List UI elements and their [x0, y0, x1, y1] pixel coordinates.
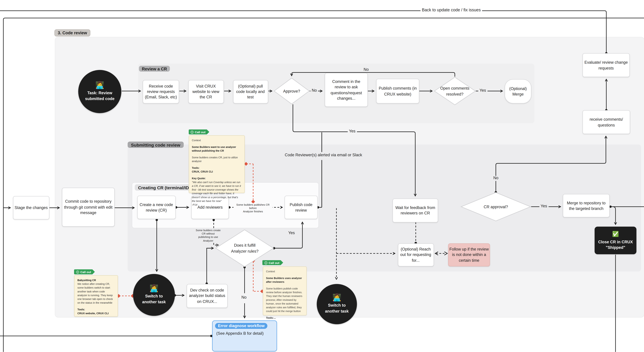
opencomments-no-loop[interactable] — [292, 72, 455, 77]
receive-requests-box[interactable]: Receive code review requests (Email, Sla… — [143, 80, 179, 104]
error-diagnose-pill[interactable]: Error diagnose workflow — [215, 323, 268, 329]
create-cr-box[interactable]: Create a new code review (CR) — [137, 196, 176, 219]
visit-crux-box[interactable]: Visit CRUX website to view the CR — [188, 80, 224, 104]
cr-approval-label: CR approval? — [477, 202, 515, 212]
callout1-attribution: -P14 — [192, 203, 241, 207]
dev-check-label: Dev check on code analyzer build status … — [188, 287, 226, 304]
crapproval-no-label[interactable]: No — [492, 176, 500, 180]
publish-comments-box[interactable]: Publish comments (in CRUX website) — [376, 79, 419, 104]
fulfill-yes-path[interactable] — [274, 222, 302, 248]
receive-comments-label: receive comments/ questions — [584, 116, 629, 128]
commit-code-label: Commit code to repository through git co… — [63, 199, 114, 216]
publish-output-line[interactable] — [318, 132, 322, 208]
callout3-heading: Some Builders uses analyzer after review… — [266, 276, 303, 284]
evaluate-box[interactable]: Evaluate/ review change requests — [582, 53, 630, 77]
error-diagnose-box[interactable]: Error diagnose workflow (See Appendix B … — [212, 320, 277, 351]
callout1-connector[interactable] — [246, 164, 253, 200]
back-to-update-label[interactable]: Back to update code / fix issues — [420, 8, 482, 12]
visit-crux-label: Visit CRUX website to view the CR — [189, 83, 222, 100]
switch-task-circle-1[interactable]: 👩‍💻 Switch to another task — [133, 274, 175, 316]
flowchart-canvas: 3. Code review Review a CR Submitting co… — [0, 0, 644, 352]
dev-check-box[interactable]: Dev check on code analyzer build status … — [187, 284, 228, 308]
loop-no-label[interactable]: No — [362, 67, 370, 71]
publish-comments-label: Publish comments (in CRUX website) — [378, 85, 418, 97]
receive-comments-box[interactable]: receive comments/ questions — [582, 110, 630, 134]
devcheck-to-fulfill-path[interactable] — [207, 248, 214, 283]
callout1-note[interactable]: Context Some Builders want to use analyz… — [188, 135, 244, 193]
evaluate-label: Evaluate/ review change requests — [584, 59, 628, 71]
callout1-quote-label: Key Quote: — [192, 177, 241, 181]
callout2-tools: CRUX website, CRUX CLI — [78, 312, 115, 315]
callout3-tools-label: Tools:... — [266, 316, 303, 320]
review-a-cr-label[interactable]: Review a CR — [139, 66, 170, 72]
submitting-code-review-label[interactable]: Submitting code review — [128, 141, 184, 148]
reach-out-box[interactable]: (Optional) Reach out for requesting for.… — [398, 243, 434, 266]
merge-repo-box[interactable]: Merge to repository to the targeted bran… — [563, 194, 610, 217]
callout3-tag[interactable]: ⓘCall out — [262, 260, 283, 265]
receive-requests-label: Receive code review requests (Email, Sla… — [144, 83, 178, 100]
reach-out-label: (Optional) Reach out for requesting for.… — [399, 246, 432, 263]
comment-review-label: Comment in the review to ask questions/r… — [326, 79, 366, 101]
close-cr-box[interactable]: ✅ Close CR in CRUX "Shipped" — [594, 227, 636, 254]
approve-yes-label[interactable]: Yes — [348, 129, 357, 133]
technologist-emoji: 👩‍💻 — [150, 285, 158, 292]
back-to-update-line-right[interactable] — [482, 11, 606, 53]
pull-code-box[interactable]: (Optional) pull code locally and test — [233, 80, 268, 104]
task-review-circle[interactable]: 👩‍💻 Task: Review submitted code — [78, 70, 122, 113]
callout3-connector[interactable] — [253, 262, 262, 291]
approve-label: Approve? — [276, 86, 307, 96]
callout2-note[interactable]: Babysitting CR We notice after creating … — [74, 275, 118, 317]
section-label-code-review[interactable]: 3. Code review — [54, 29, 90, 36]
callout1-tag[interactable]: ⓘCall out — [188, 129, 209, 134]
info-icon: ⓘ — [76, 270, 79, 273]
fulfill-no-label[interactable]: No — [240, 295, 248, 299]
follow-up-label: Follow up if the review is not done with… — [450, 246, 489, 263]
callout1-quote: "We also can't run Coverlay unless we ru… — [192, 181, 241, 203]
switch-task-circle-2[interactable]: 👩‍💻 Switch to another task — [317, 284, 357, 324]
error-diagnose-note: (See Appendix B for detail) — [216, 330, 264, 336]
wait-feedback-box[interactable]: Wait for feedback from reviewers on CR — [392, 198, 438, 222]
task-circle-label: Task: Review submitted code — [83, 90, 116, 101]
approve-no-label[interactable]: No — [310, 88, 318, 92]
publish-review-label: Publish code review — [286, 202, 316, 213]
switch-task-label: Switch to another task — [322, 302, 351, 314]
callout1-heading: Some Builders want to use analyzer witho… — [192, 145, 241, 153]
crapproval-no-path[interactable] — [496, 136, 606, 192]
create-no-publish-note[interactable]: Some builders create CR without publishi… — [193, 229, 223, 242]
junction-dot — [156, 219, 158, 221]
creating-cr-label[interactable]: Creating CR (terminal/IDE) — [135, 184, 196, 191]
publish-review-box[interactable]: Publish code review — [284, 196, 318, 219]
alert-label[interactable]: Code Reviewer(s) alerted via email or Sl… — [284, 153, 363, 157]
callout2-tag[interactable]: ⓘCall out — [74, 269, 95, 274]
merge-repo-label: Merge to repository to the targeted bran… — [564, 200, 608, 211]
junction-dot — [212, 219, 215, 221]
callout1-title: Context — [192, 139, 241, 142]
junction-dot — [609, 206, 612, 208]
callout3-body: Some builders publish code review before… — [266, 287, 303, 313]
opencomments-yes-label[interactable]: Yes — [478, 88, 487, 92]
fulfill-yes-label[interactable]: Yes — [287, 231, 296, 235]
callout3-note[interactable]: Context Some Builders uses analyzer afte… — [263, 266, 307, 315]
approve-yes-path[interactable] — [293, 104, 415, 196]
callout3-title: Context — [266, 270, 303, 273]
red-diamond-endpoint — [251, 200, 255, 204]
followup-arrowhead-right — [444, 252, 447, 255]
follow-up-box[interactable]: Follow up if the review is not done with… — [448, 243, 490, 266]
technologist-emoji: 👩‍💻 — [95, 82, 104, 89]
stage-changes-box[interactable]: Stage the changes — [13, 196, 50, 220]
commit-code-box[interactable]: Commit code to repository through git co… — [62, 188, 115, 227]
open-comments-label: Open comments resolved? — [437, 83, 473, 99]
info-icon: ⓘ — [264, 261, 268, 264]
optional-merge-node[interactable]: (Optional) Merge — [505, 79, 532, 103]
comment-review-box[interactable]: Comment in the review to ask questions/r… — [325, 73, 368, 107]
pull-code-label: (Optional) pull code locally and test — [234, 83, 267, 100]
crapproval-yes-label[interactable]: Yes — [540, 204, 548, 208]
fulfill-label: Does it fulfill Analyzer rules? — [226, 242, 264, 254]
callout1-tools-label: Tools: — [192, 166, 241, 170]
callout2-body: We notice after creating CR, some builde… — [78, 282, 115, 305]
callout1-body: Some builders creates CR, just to utiliz… — [192, 156, 241, 163]
merge-to-close-branch[interactable] — [612, 207, 616, 225]
callout2-tools-label: Tools: — [78, 308, 115, 311]
check-mark-emoji: ✅ — [612, 231, 619, 238]
callout2-heading: Babysitting CR — [78, 278, 115, 282]
